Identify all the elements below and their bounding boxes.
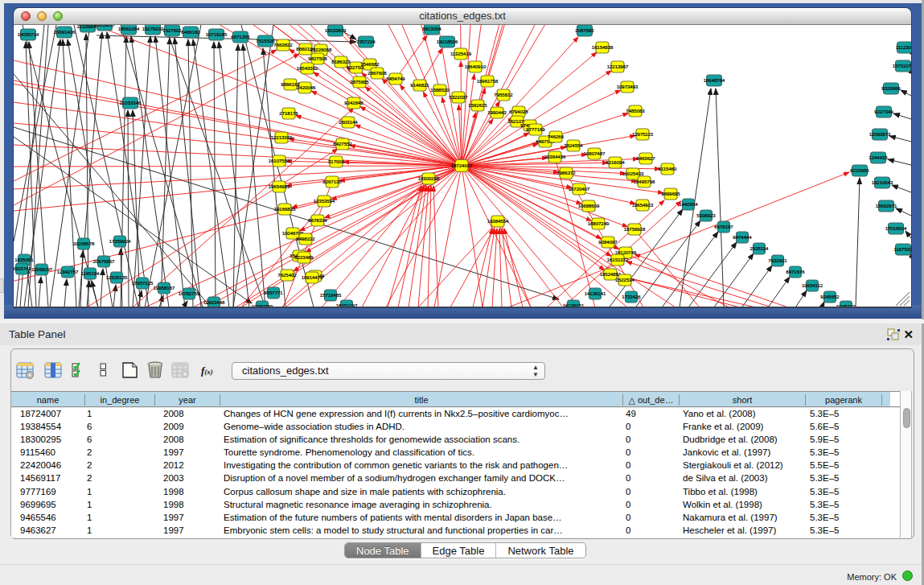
svg-text:1733426: 1733426	[622, 295, 641, 299]
svg-text:15279202: 15279202	[142, 27, 164, 31]
svg-text:8454749: 8454749	[386, 76, 405, 81]
svg-text:1527602: 1527602	[162, 28, 182, 33]
svg-text:7663822: 7663822	[273, 43, 293, 47]
svg-text:8471676: 8471676	[786, 270, 805, 274]
svg-text:17359924: 17359924	[109, 239, 131, 244]
svg-text:2087682: 2087682	[575, 28, 594, 33]
svg-text:10973493: 10973493	[617, 84, 639, 89]
svg-text:7515526: 7515526	[256, 39, 275, 43]
svg-text:16648764: 16648764	[704, 78, 725, 83]
svg-text:8813054: 8813054	[422, 27, 441, 31]
svg-text:8215955: 8215955	[850, 168, 869, 173]
svg-text:16107553: 16107553	[269, 159, 290, 163]
svg-text:1546682: 1546682	[360, 62, 380, 67]
svg-text:14055714: 14055714	[18, 32, 39, 37]
svg-text:17016504: 17016504	[885, 226, 907, 231]
svg-text:19654923: 19654923	[632, 203, 654, 208]
svg-text:1167533: 1167533	[894, 247, 911, 252]
svg-text:16961758: 16961758	[477, 79, 499, 84]
svg-text:15716485: 15716485	[320, 293, 342, 298]
svg-text:18561284: 18561284	[118, 27, 140, 31]
svg-text:12923448: 12923448	[203, 300, 225, 305]
svg-text:19218506: 19218506	[437, 39, 458, 44]
svg-text:6671355: 6671355	[231, 35, 250, 39]
svg-text:10719185: 10719185	[206, 32, 228, 37]
svg-text:7625402: 7625402	[277, 273, 297, 278]
svg-text:5938923: 5938923	[696, 213, 716, 218]
svg-text:9115460: 9115460	[659, 167, 678, 171]
svg-text:6679197: 6679197	[714, 225, 733, 229]
svg-text:1990443: 1990443	[487, 110, 507, 115]
svg-text:9896163: 9896163	[281, 82, 300, 87]
svg-text:6466160: 6466160	[181, 30, 200, 35]
svg-text:1562615: 1562615	[468, 103, 487, 108]
svg-text:12213967: 12213967	[607, 64, 629, 69]
svg-text:20975867: 20975867	[93, 259, 115, 264]
svg-text:9245652: 9245652	[820, 295, 840, 299]
svg-text:11325419: 11325419	[450, 51, 472, 56]
svg-text:10688609: 10688609	[578, 204, 600, 208]
svg-text:16033809: 16033809	[325, 28, 347, 33]
svg-text:20364436: 20364436	[544, 154, 566, 159]
svg-text:9657771: 9657771	[264, 290, 283, 295]
svg-text:3267130: 3267130	[322, 179, 342, 184]
svg-text:12342757: 12342757	[57, 270, 79, 274]
svg-text:317006: 317006	[328, 159, 345, 164]
svg-text:16154838: 16154838	[592, 45, 614, 50]
svg-text:16210643: 16210643	[872, 180, 893, 185]
svg-text:10654112: 10654112	[802, 283, 823, 288]
svg-text:12975115: 12975115	[632, 132, 654, 137]
svg-text:9146821: 9146821	[410, 83, 429, 88]
svg-text:14136141: 14136141	[585, 291, 606, 296]
svg-text:18495798: 18495798	[634, 179, 655, 184]
svg-text:6794028: 6794028	[509, 109, 528, 114]
svg-text:3915741: 3915741	[14, 266, 31, 271]
svg-text:1835061: 1835061	[14, 257, 34, 262]
svg-text:3875685: 3875685	[350, 80, 369, 84]
svg-text:12093873: 12093873	[869, 132, 891, 137]
svg-text:1588520: 1588520	[430, 88, 450, 93]
svg-text:19756928: 19756928	[624, 227, 646, 232]
svg-text:12353594: 12353594	[314, 199, 335, 204]
svg-text:15692971: 15692971	[876, 204, 897, 208]
svg-text:5322037: 5322037	[449, 95, 468, 100]
svg-text:18724007: 18724007	[451, 163, 473, 168]
svg-text:8678334: 8678334	[308, 218, 327, 223]
svg-text:9084067: 9084067	[598, 240, 618, 245]
svg-text:18807249: 18807249	[588, 221, 610, 226]
svg-text:f(x): f(x)	[201, 365, 213, 377]
svg-text:20206578: 20206578	[73, 241, 95, 246]
svg-text:2522534: 2522534	[615, 278, 634, 282]
svg-text:9777169: 9777169	[526, 127, 545, 132]
svg-text:7485063: 7485063	[626, 109, 645, 113]
svg-text:7986372: 7986372	[556, 171, 576, 175]
svg-text:2935114: 2935114	[750, 246, 770, 251]
svg-text:1112305: 1112305	[896, 45, 911, 50]
svg-text:23226058: 23226058	[310, 47, 332, 52]
svg-text:11568297: 11568297	[31, 267, 53, 272]
svg-text:16151372: 16151372	[607, 257, 629, 262]
svg-text:16914479: 16914479	[302, 275, 323, 280]
svg-text:19166825: 19166825	[274, 207, 296, 212]
svg-text:12213369: 12213369	[271, 135, 293, 140]
svg-text:9498222: 9498222	[296, 237, 315, 241]
svg-text:18300295: 18300295	[418, 176, 440, 181]
svg-text:8427552: 8427552	[333, 142, 352, 146]
svg-text:7955812: 7955812	[494, 93, 513, 97]
svg-text:1244415: 1244415	[869, 155, 888, 160]
svg-text:746266: 746266	[548, 134, 565, 139]
svg-text:17957225: 17957225	[132, 281, 154, 286]
svg-text:16543362: 16543362	[297, 66, 318, 71]
svg-text:2867608: 2867608	[368, 71, 387, 76]
svg-text:10653267: 10653267	[94, 25, 116, 27]
svg-text:12505135: 12505135	[106, 275, 128, 280]
svg-text:9329966: 9329966	[881, 86, 901, 91]
svg-text:2718176: 2718176	[279, 111, 298, 116]
svg-text:19958167: 19958167	[154, 286, 175, 290]
svg-text:9242848: 9242848	[344, 101, 363, 105]
svg-text:9699695: 9699695	[661, 192, 680, 196]
svg-text:21053346: 21053346	[120, 101, 142, 105]
svg-text:9227349: 9227349	[874, 109, 893, 114]
svg-text:15720407: 15720407	[569, 187, 590, 192]
svg-text:8186323: 8186323	[331, 60, 351, 64]
